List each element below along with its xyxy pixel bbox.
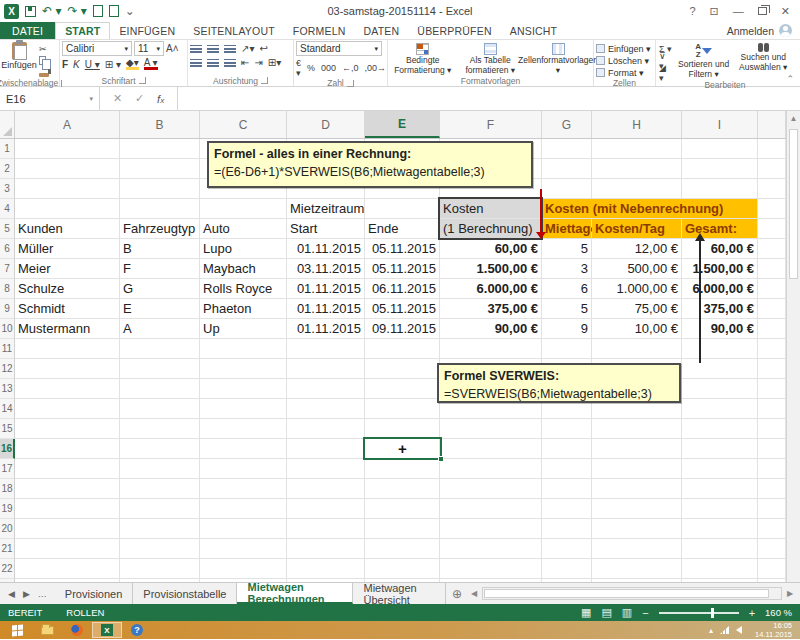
- row-header-11[interactable]: 11: [0, 339, 15, 359]
- row-header-8[interactable]: 8: [0, 279, 15, 299]
- cell-G10[interactable]: 9: [542, 319, 592, 339]
- cell-E23[interactable]: [365, 579, 440, 582]
- formula-input[interactable]: [178, 87, 800, 110]
- cell-F20[interactable]: [440, 519, 542, 539]
- cell-A14[interactable]: [15, 399, 120, 419]
- scroll-up-icon[interactable]: ▲: [787, 111, 800, 126]
- file-explorer-button[interactable]: [32, 622, 62, 638]
- cell-E6[interactable]: 05.11.2015: [365, 239, 440, 259]
- cell-B2[interactable]: [120, 159, 200, 179]
- cell-I10[interactable]: 90,00 €: [682, 319, 758, 339]
- cell-G20[interactable]: [542, 519, 592, 539]
- cell-E4[interactable]: [365, 199, 440, 219]
- align-center-icon[interactable]: [207, 59, 219, 67]
- align-bottom-icon[interactable]: [224, 45, 236, 53]
- cell-C13[interactable]: [200, 379, 287, 399]
- row-header-5[interactable]: 5: [0, 219, 15, 239]
- cell-C21[interactable]: [200, 539, 287, 559]
- cell-B13[interactable]: [120, 379, 200, 399]
- excel-taskbar-button[interactable]: X: [92, 622, 122, 638]
- cell-I21[interactable]: [682, 539, 758, 559]
- cell-I5[interactable]: Gesamt:: [682, 219, 758, 239]
- selected-cell-E16[interactable]: +: [363, 437, 442, 460]
- cell-C22[interactable]: [200, 559, 287, 579]
- cell-G2[interactable]: [542, 159, 592, 179]
- cell-H18[interactable]: [592, 479, 682, 499]
- help-icon[interactable]: ?: [689, 5, 695, 17]
- network-icon[interactable]: [720, 626, 729, 634]
- cell-F18[interactable]: [440, 479, 542, 499]
- taskbar-clock[interactable]: 16:05 14.11.2015: [749, 621, 798, 639]
- cell-D12[interactable]: [287, 359, 365, 379]
- cell-H3[interactable]: [592, 179, 682, 199]
- ribbon-tab-ansicht[interactable]: ANSICHT: [501, 22, 567, 39]
- cell-F21[interactable]: [440, 539, 542, 559]
- row-header-21[interactable]: 21: [0, 539, 15, 559]
- print-preview-icon[interactable]: [93, 5, 103, 17]
- cell-B5[interactable]: Fahrzeugtyp: [120, 219, 200, 239]
- cell-extra14[interactable]: [758, 399, 786, 419]
- row-header-13[interactable]: 13: [0, 379, 15, 399]
- cell-I22[interactable]: [682, 559, 758, 579]
- cell-B1[interactable]: [120, 139, 200, 159]
- cell-D15[interactable]: [287, 419, 365, 439]
- cell-G23[interactable]: [542, 579, 592, 582]
- copy-icon[interactable]: [38, 55, 50, 66]
- cell-G3[interactable]: [542, 179, 592, 199]
- font-size-select[interactable]: 11▾: [134, 41, 164, 56]
- row-header-12[interactable]: 12: [0, 359, 15, 379]
- form-icon[interactable]: [109, 5, 119, 17]
- cell-D11[interactable]: [287, 339, 365, 359]
- vscroll-thumb[interactable]: [789, 129, 798, 279]
- cell-G4[interactable]: Kosten (mit Nebenrechnung): [542, 199, 758, 219]
- ribbon-display-options-icon[interactable]: ⊡: [710, 5, 719, 18]
- cell-D16[interactable]: [287, 439, 365, 459]
- cell-G17[interactable]: [542, 459, 592, 479]
- cell-H23[interactable]: [592, 579, 682, 582]
- cell-H5[interactable]: Kosten/Tag: [592, 219, 682, 239]
- cell-C14[interactable]: [200, 399, 287, 419]
- cell-G15[interactable]: [542, 419, 592, 439]
- cells-einfügen-button[interactable]: Einfügen ▾: [596, 43, 651, 54]
- cell-H21[interactable]: [592, 539, 682, 559]
- cell-G9[interactable]: 5: [542, 299, 592, 319]
- ribbon-tab-datei[interactable]: DATEI: [0, 22, 55, 39]
- cell-B6[interactable]: B: [120, 239, 200, 259]
- bold-icon[interactable]: F: [62, 59, 68, 70]
- increase-decimal-icon[interactable]: ←,0: [342, 63, 359, 73]
- row-header-14[interactable]: 14: [0, 399, 15, 419]
- accounting-format-icon[interactable]: € ▾: [296, 58, 301, 78]
- cell-extra9[interactable]: [758, 299, 786, 319]
- cell-C11[interactable]: [200, 339, 287, 359]
- cell-I20[interactable]: [682, 519, 758, 539]
- cell-extra12[interactable]: [758, 359, 786, 379]
- cell-extra23[interactable]: [758, 579, 786, 582]
- cell-H1[interactable]: [592, 139, 682, 159]
- cell-A17[interactable]: [15, 459, 120, 479]
- save-icon[interactable]: [25, 6, 36, 17]
- cell-C8[interactable]: Rolls Royce: [200, 279, 287, 299]
- zoom-slider-thumb[interactable]: [711, 608, 714, 618]
- sheet-tab-mietwagen-bersicht[interactable]: Mietwagen Übersicht: [353, 583, 446, 604]
- cell-E5[interactable]: Ende: [365, 219, 440, 239]
- align-right-icon[interactable]: [224, 59, 236, 67]
- cell-E21[interactable]: [365, 539, 440, 559]
- row-header-15[interactable]: 15: [0, 419, 15, 439]
- cell-I7[interactable]: 1.500,00 €: [682, 259, 758, 279]
- col-header-H[interactable]: H: [592, 111, 682, 138]
- page-layout-view-icon[interactable]: ▤: [601, 606, 611, 619]
- ribbon-tab-einfügen[interactable]: EINFÜGEN: [110, 22, 184, 39]
- cell-extra6[interactable]: [758, 239, 786, 259]
- zoom-out-icon[interactable]: −: [642, 607, 648, 619]
- cells-format-button[interactable]: Format ▾: [596, 67, 644, 78]
- cell-D6[interactable]: 01.11.2015: [287, 239, 365, 259]
- ribbon-tab-daten[interactable]: DATEN: [355, 22, 409, 39]
- normal-view-icon[interactable]: ▦: [581, 606, 591, 619]
- col-header-F[interactable]: F: [440, 111, 542, 138]
- cell-F22[interactable]: [440, 559, 542, 579]
- cell-D7[interactable]: 03.11.2015: [287, 259, 365, 279]
- sheet-tab-provisionen[interactable]: Provisionen: [55, 583, 133, 604]
- cell-A15[interactable]: [15, 419, 120, 439]
- tray-expand-icon[interactable]: ▴: [709, 626, 713, 635]
- row-header-16[interactable]: 16: [0, 439, 15, 459]
